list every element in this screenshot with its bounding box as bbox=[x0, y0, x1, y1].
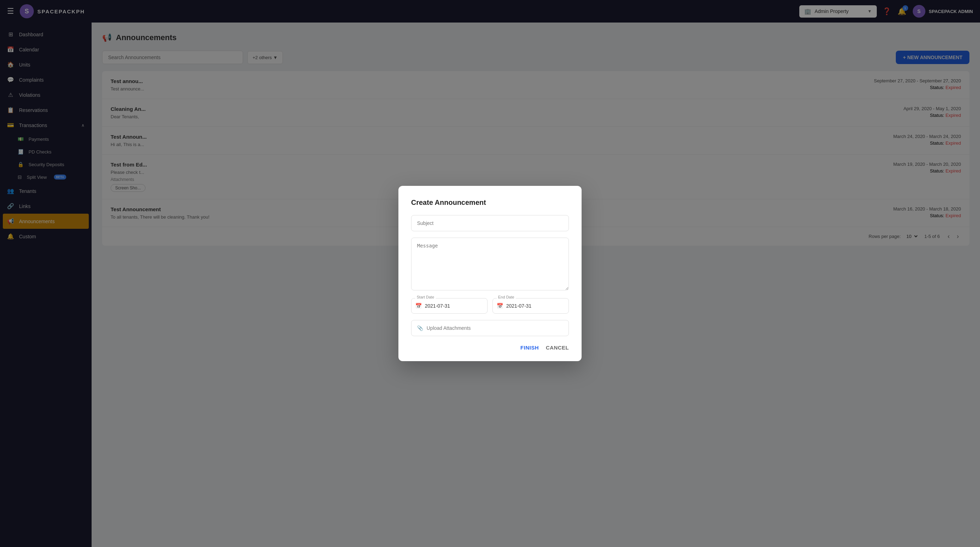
create-announcement-modal: Create Announcement Start Date 📅 End Dat… bbox=[398, 186, 582, 361]
cancel-button[interactable]: CANCEL bbox=[546, 345, 569, 350]
modal-actions: FINISH CANCEL bbox=[411, 345, 569, 350]
message-group bbox=[411, 238, 569, 292]
end-date-input[interactable] bbox=[492, 298, 569, 314]
subject-group bbox=[411, 215, 569, 231]
end-date-group: End Date 📅 bbox=[492, 298, 569, 314]
date-row: Start Date 📅 End Date 📅 bbox=[411, 298, 569, 314]
modal-overlay[interactable]: Create Announcement Start Date 📅 End Dat… bbox=[0, 0, 980, 547]
modal-title: Create Announcement bbox=[411, 198, 569, 207]
start-date-label: Start Date bbox=[415, 295, 436, 299]
end-date-calendar-icon: 📅 bbox=[497, 303, 503, 309]
start-date-input[interactable] bbox=[411, 298, 488, 314]
paperclip-icon: 📎 bbox=[417, 325, 423, 331]
start-date-calendar-icon: 📅 bbox=[415, 303, 422, 309]
upload-label: Upload Attachments bbox=[426, 325, 471, 331]
end-date-label: End Date bbox=[497, 295, 516, 299]
upload-attachments-button[interactable]: 📎 Upload Attachments bbox=[411, 320, 569, 336]
finish-button[interactable]: FINISH bbox=[520, 345, 539, 350]
message-input[interactable] bbox=[411, 238, 569, 290]
start-date-group: Start Date 📅 bbox=[411, 298, 488, 314]
subject-input[interactable] bbox=[411, 215, 569, 231]
